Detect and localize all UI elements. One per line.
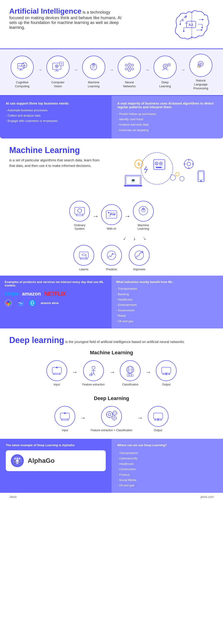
svg-point-91: [176, 172, 179, 176]
dl-section: Deep learning is the youngest field of a…: [0, 328, 223, 348]
flow-section: OrdinarySystem → AI With AI →: [0, 196, 223, 235]
amazon-alexa-label: amazon alexa: [41, 302, 59, 305]
arrow-1: →: [38, 67, 42, 72]
svg-rect-162: [162, 367, 171, 373]
flow-arrow-1: →: [92, 212, 99, 230]
svg-text:92: 92: [23, 64, 26, 67]
comp-classification-label: Classification: [122, 383, 138, 386]
svg-point-94: [78, 209, 82, 212]
ai-title: Artificial Intelligence: [9, 7, 82, 15]
ml-description: is a set of particular algorithms that s…: [9, 158, 101, 168]
alphago-logo-icon: [10, 454, 24, 468]
classification-icon: [120, 360, 140, 381]
ml-illustration: 💻 $: [112, 146, 214, 192]
footer: Jelvix jelvix.com: [0, 493, 223, 501]
svg-point-87: [200, 180, 202, 182]
svg-point-43: [125, 64, 127, 66]
dl-description: is the youngest field of artificial inte…: [65, 340, 185, 344]
category-cognitive: 92 CognitiveComputing: [7, 56, 37, 88]
flow-predicts: Predicts: [101, 245, 122, 271]
logos-row2: amazon alexa: [4, 300, 107, 307]
svg-point-47: [128, 70, 130, 72]
ordinary-system-icon: [69, 201, 90, 222]
svg-point-92: [180, 176, 184, 181]
computer-vision-icon: 👁: [46, 56, 70, 79]
svg-point-19: [182, 19, 183, 20]
products-logos: stripe amazon NETFLIX: [4, 290, 107, 297]
svg-line-50: [127, 64, 128, 65]
comp-input: Input: [46, 360, 67, 386]
improves-label: Improves: [133, 268, 145, 271]
comp-arrow-2: →: [109, 369, 115, 386]
with-ai-icon: AI: [101, 204, 122, 225]
improves-icon: [129, 245, 150, 266]
cognitive-label: CognitiveComputing: [15, 80, 30, 88]
dl-feature-icon: [101, 406, 122, 427]
ml-flow-icon: [133, 201, 154, 222]
svg-line-56: [130, 67, 132, 69]
comp-input-label: Input: [54, 383, 60, 386]
comp-output: Output: [156, 360, 176, 386]
svg-rect-153: [91, 372, 92, 376]
business-left-list: Automate business processes Collect and …: [6, 108, 106, 124]
svg-line-55: [130, 65, 132, 67]
svg-rect-159: [128, 374, 129, 376]
cognitive-icon: 92: [10, 56, 34, 79]
industry-6: Retail: [116, 313, 218, 318]
svg-point-174: [106, 412, 112, 418]
ordinary-label: OrdinarySystem: [74, 224, 86, 230]
svg-point-175: [108, 414, 110, 416]
ml-comparison-section: Machine Learning Input →: [0, 348, 223, 391]
industry-2: Banking: [116, 292, 218, 297]
svg-point-9: [183, 30, 184, 32]
ml-bottom-section: Examples of products and services we int…: [0, 276, 223, 328]
svg-line-53: [127, 69, 128, 70]
dl-comp-input: Input: [54, 406, 75, 432]
business-right-panel: A vast majority of business uses AI-base…: [112, 96, 223, 139]
bottom-left-panel: The latest example of Deep Learning is A…: [0, 439, 112, 493]
dl-use-6: Social Media: [117, 477, 217, 483]
svg-line-150: [92, 373, 94, 375]
ml-products-panel: Examples of products and services we int…: [0, 276, 112, 328]
svg-rect-86: [199, 172, 204, 180]
dl-comp-feature-label: Feature extraction + Classification: [90, 429, 132, 432]
svg-point-20: [184, 16, 186, 18]
category-nlp: 🔒 NaturalLanguageProcessing: [186, 54, 216, 90]
arrow-5: →: [180, 67, 185, 72]
flow-improves: Improves: [129, 245, 150, 271]
svg-point-49: [131, 68, 134, 70]
business-left-item-2: Collect and analyze data: [6, 113, 106, 118]
flow-ordinary: OrdinarySystem: [69, 201, 90, 230]
svg-rect-70: [124, 185, 142, 186]
svg-rect-141: [52, 367, 61, 373]
business-right-item-4: Automate ad targeting: [117, 128, 217, 133]
ml-products-title: Examples of products and services we int…: [4, 280, 107, 287]
alphago-card-title: The latest example of Deep Learning is A…: [6, 444, 106, 447]
categories-row: 92 CognitiveComputing → 👁 ComputerVision: [2, 54, 221, 90]
ml-text: Machine Learning is a set of particular …: [9, 146, 101, 168]
google-assistant-icon: [4, 300, 12, 307]
amazon-logo: amazon: [22, 291, 41, 297]
svg-point-14: [202, 27, 203, 28]
ml-flow-label: MachineLearning: [138, 224, 149, 230]
business-left-item-1: Automate business processes: [6, 108, 106, 113]
feature-icon: [83, 360, 104, 381]
svg-point-80: [187, 162, 191, 166]
flow-arrow-2: →: [124, 212, 131, 230]
dl-comp-feature: Feature extraction + Classification: [90, 406, 132, 432]
svg-point-129: [112, 254, 113, 254]
business-right-title: A vast majority of business uses AI-base…: [117, 102, 217, 109]
dl-output-icon: [148, 406, 168, 427]
neural-label: NeuralNetworks: [123, 80, 136, 88]
comp-classification: Classification: [120, 360, 140, 386]
netflix-logo: NETFLIX: [44, 290, 66, 297]
comp-arrow-1: →: [72, 369, 78, 386]
category-ml: MachineLearning: [79, 56, 109, 88]
category-neural: NeuralNetworks: [114, 56, 144, 88]
sub-arrow-right: ↓: [142, 235, 147, 242]
svg-line-57: [130, 69, 132, 70]
svg-line-52: [127, 67, 128, 69]
dl-use-7: Oil and gas: [117, 483, 217, 488]
svg-text:$: $: [138, 162, 140, 166]
category-deep-learning: DeepLearning: [150, 56, 180, 88]
